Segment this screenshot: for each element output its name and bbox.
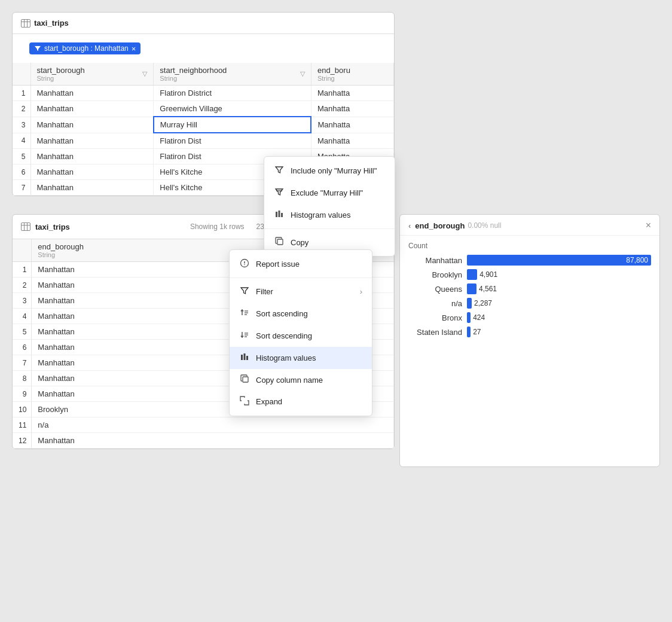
filter-chip-label: start_borough : Manhattan (44, 44, 129, 53)
filter-arrow: › (360, 287, 362, 296)
cell-start-borough[interactable]: Manhattan (30, 117, 154, 133)
ctx-exclude[interactable]: Exclude "Murray Hill" (264, 182, 395, 204)
table-row: 3 Manhattan Murray Hill Manhatta (13, 117, 394, 133)
row-num: 2 (13, 101, 30, 117)
histogram-bar (467, 283, 476, 294)
top-panel-title: taxi_trips (34, 19, 69, 28)
histogram-back-arrow[interactable]: ‹ (408, 221, 411, 230)
col-type: String (160, 75, 227, 82)
histogram-val-outside: 424 (473, 313, 485, 322)
histogram-row: Brooklyn 4,901 (408, 269, 651, 280)
cell-start-borough[interactable]: Manhattan (30, 164, 154, 180)
cell-start-neighborhood[interactable]: Flatiron Dist (154, 133, 311, 149)
histogram-close-btn[interactable]: × (646, 221, 651, 230)
bottom-left-panel: taxi_trips Showing 1k rows 23 columns en… (12, 214, 395, 467)
filter-include-icon (274, 165, 285, 176)
filter-chip[interactable]: start_borough : Manhattan × (29, 42, 140, 54)
ctx-divider (264, 228, 395, 229)
svg-rect-28 (246, 356, 248, 360)
table-row: 2 Manhattan Greenwich Village Manhatta (13, 101, 394, 117)
histogram-bar-label: Brooklyn (408, 270, 462, 279)
cell-start-borough[interactable]: Manhattan (30, 101, 154, 117)
histogram-bar-wrap: 87,800 (467, 255, 651, 266)
svg-rect-5 (276, 212, 277, 217)
histogram-bar (467, 298, 472, 309)
cell-start-borough[interactable]: Manhattan (30, 149, 154, 164)
ctx-sort-desc[interactable]: Sort descending (230, 325, 372, 347)
histogram-bar-wrap: 2,287 (467, 298, 651, 309)
cell-start-neighborhood[interactable]: Greenwich Village (154, 101, 311, 117)
histogram-row: Manhattan 87,800 (408, 255, 651, 266)
sort-asc-icon (239, 308, 250, 319)
cell-start-borough[interactable]: Manhattan (30, 133, 154, 149)
filter-chip-close[interactable]: × (132, 45, 136, 53)
col-type: String (37, 75, 85, 82)
bottom-panel-title: taxi_trips (35, 222, 70, 231)
col-name: end_boru (317, 66, 350, 75)
col-filter-icon[interactable]: ▽ (300, 70, 305, 78)
col-filter-icon[interactable]: ▽ (142, 70, 147, 78)
histogram-bar (467, 269, 477, 280)
row-num: 12 (13, 433, 32, 449)
row-num: 7 (13, 355, 32, 371)
ctx-filter[interactable]: Filter › (230, 280, 372, 303)
ctx-histogram-label: Histogram values (291, 211, 350, 219)
cell-end-borough[interactable]: Manhatta (311, 86, 393, 101)
bottom-panel: taxi_trips Showing 1k rows 23 columns en… (12, 214, 395, 449)
cell-start-neighborhood[interactable]: Murray Hill (154, 117, 311, 133)
col-header-start-neighborhood[interactable]: start_neighborhood String ▽ (154, 63, 311, 86)
histogram-bar-label: n/a (408, 299, 462, 308)
table-row: 11 n/a (13, 417, 394, 433)
copy-icon (274, 237, 285, 248)
alert-circle-icon (239, 258, 250, 270)
col-header-start-borough[interactable]: start_borough String ▽ (30, 63, 154, 86)
expand-icon (239, 396, 250, 407)
ctx-copy-col-label: Copy column name (256, 376, 323, 385)
row-num: 8 (13, 371, 32, 386)
row-num: 4 (13, 133, 30, 149)
sort-desc-icon (239, 330, 250, 342)
col-type: String (317, 75, 387, 82)
cell-start-borough[interactable]: Manhattan (30, 180, 154, 196)
histogram-bar-wrap: 4,901 (467, 269, 651, 280)
histogram-row: n/a 2,287 (408, 298, 651, 309)
histogram-body: Count Manhattan 87,800 Brooklyn 4,901 Qu… (400, 236, 659, 347)
histogram-val-outside: 4,561 (479, 285, 497, 293)
top-panel: taxi_trips start_borough : Manhattan × s… (12, 12, 395, 196)
filter-icon (239, 286, 250, 297)
cell-start-borough[interactable]: Manhattan (30, 86, 154, 101)
col-header-end-borough[interactable]: end_boru String (311, 63, 393, 86)
ctx-expand[interactable]: Expand (230, 391, 372, 413)
cell-end-borough[interactable]: Manhatta (311, 101, 393, 117)
filter-exclude-icon (274, 187, 285, 199)
ctx-include-only[interactable]: Include only "Murray Hill" (264, 160, 395, 182)
table-row: 4 Manhattan Flatiron Dist Manhatta (13, 133, 394, 149)
filter-chip-icon (34, 45, 41, 52)
ctx-sort-desc-label: Sort descending (256, 331, 312, 340)
ctx-histogram-bottom-label: Histogram values (256, 353, 316, 362)
histogram-val-outside: 2,287 (474, 299, 492, 307)
ctx-report-issue-label: Report issue (256, 260, 300, 269)
col-name: start_neighborhood (160, 66, 227, 75)
histogram-icon (274, 209, 285, 221)
ctx-histogram-bottom[interactable]: Histogram values (230, 347, 372, 369)
ctx-copy-col-name[interactable]: Copy column name (230, 369, 372, 391)
ctx-sort-asc[interactable]: Sort ascending (230, 303, 372, 325)
svg-rect-8 (277, 239, 283, 245)
cell-end-borough[interactable]: n/a (32, 417, 394, 433)
table-icon-bottom (21, 222, 30, 231)
ctx-histogram-top[interactable]: Histogram values (264, 204, 395, 226)
table-icon (21, 19, 30, 28)
col-name: start_borough (37, 66, 85, 75)
row-num: 6 (13, 164, 30, 180)
cell-end-borough[interactable]: Manhatta (311, 133, 393, 149)
cell-start-neighborhood[interactable]: Flatiron District (154, 86, 311, 101)
svg-rect-26 (241, 355, 243, 360)
cell-end-borough[interactable]: Manhatta (311, 117, 393, 133)
svg-rect-0 (22, 19, 30, 27)
histogram-bar-label: Bronx (408, 313, 462, 322)
col-type: String (38, 251, 84, 258)
cell-end-borough[interactable]: Manhattan (32, 433, 394, 449)
histogram-bar (467, 312, 471, 323)
ctx-report-issue[interactable]: Report issue (230, 253, 372, 275)
